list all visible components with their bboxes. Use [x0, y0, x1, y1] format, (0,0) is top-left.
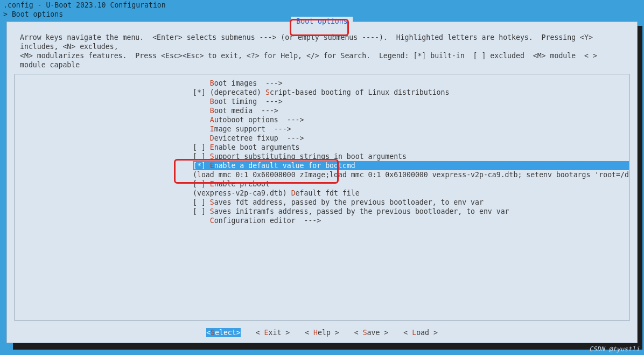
watermark: CSDN @tyustli: [589, 345, 640, 354]
menu-item[interactable]: (load mmc 0:1 0x60008000 zImage;load mmc…: [193, 170, 629, 179]
help-text: Arrow keys navigate the menu. <Enter> se…: [7, 22, 637, 72]
hotkey-letter: D: [210, 134, 214, 142]
panel-title: Boot options: [291, 17, 353, 26]
menu-item[interactable]: [ ] Saves fdt address, passed by the pre…: [193, 198, 629, 207]
menu-item[interactable]: Boot timing --->: [193, 97, 629, 106]
hotkey-letter: B: [210, 79, 214, 87]
exit-button[interactable]: < Exit >: [256, 328, 290, 337]
hotkey-letter: E: [210, 143, 214, 151]
menu-item[interactable]: [*] (deprecated) Script-based booting of…: [193, 88, 629, 97]
hotkey-letter: A: [210, 116, 214, 124]
hotkey-letter: S: [210, 207, 214, 215]
menu-item[interactable]: [ ] Saves initramfs address, passed by t…: [193, 207, 629, 216]
help-line: <M> modularizes features. Press <Esc><Es…: [20, 51, 624, 69]
hotkey-letter: C: [210, 217, 214, 225]
menu-item[interactable]: (vexpress-v2p-ca9.dtb) Default fdt file: [193, 189, 629, 198]
hotkey-letter: B: [210, 107, 214, 115]
config-panel: Boot options Arrow keys navigate the men…: [6, 22, 638, 343]
hotkey-letter: S: [210, 198, 214, 206]
window-title: .config - U-Boot 2023.10 Configuration: [3, 1, 166, 9]
help-line: Arrow keys navigate the menu. <Enter> se…: [20, 33, 624, 51]
menu-item[interactable]: Image support --->: [193, 124, 629, 134]
load-button[interactable]: < Load >: [403, 328, 438, 337]
menu-item[interactable]: [ ] Enable boot arguments: [193, 143, 629, 152]
hotkey-letter: S: [210, 152, 214, 161]
hotkey-letter: E: [210, 162, 214, 170]
hotkey-letter: S: [265, 88, 270, 96]
menu-item[interactable]: Autoboot options --->: [193, 115, 629, 124]
menu-item[interactable]: Boot images --->: [193, 79, 629, 88]
menu-item[interactable]: Devicetree fixup --->: [193, 134, 629, 143]
hotkey-letter: l: [197, 171, 201, 179]
hotkey-letter: E: [210, 180, 214, 188]
menu-item[interactable]: Boot media --->: [193, 106, 629, 115]
hotkey-letter: D: [291, 189, 296, 197]
button-bar[interactable]: <Select>< Exit >< Help >< Save >< Load >: [7, 328, 637, 337]
menu-item[interactable]: [*] Enable a default value for bootcmd: [193, 161, 629, 170]
menu-list[interactable]: Boot images --->[*] (deprecated) Script-…: [15, 79, 629, 321]
hotkey-letter: B: [210, 98, 214, 106]
select-button[interactable]: <Select>: [206, 328, 241, 337]
menu-item[interactable]: [ ] Support substituting strings in boot…: [193, 152, 629, 161]
menu-item[interactable]: [ ] Enable preboot: [193, 179, 629, 189]
help-button[interactable]: < Help >: [305, 328, 339, 337]
hotkey-letter: I: [210, 125, 214, 133]
menu-box: Boot images --->[*] (deprecated) Script-…: [15, 74, 629, 321]
save-button[interactable]: < Save >: [354, 328, 389, 337]
menu-item[interactable]: Configuration editor --->: [193, 216, 629, 225]
